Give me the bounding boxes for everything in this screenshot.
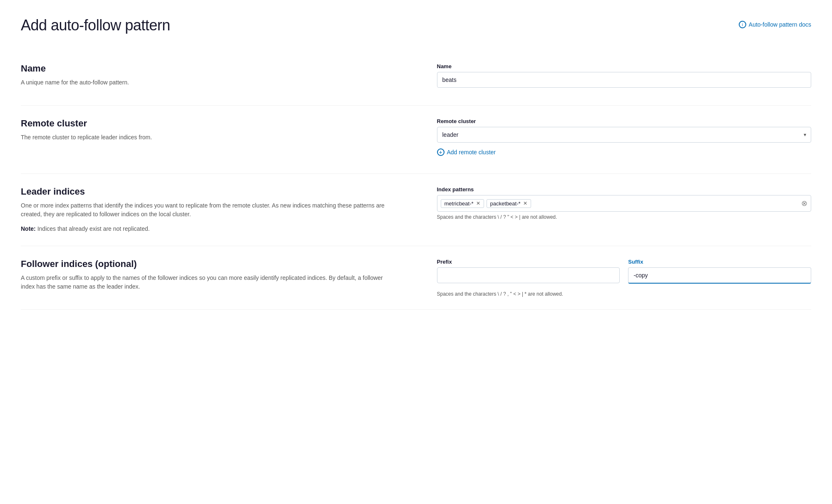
name-section-right: Name <box>416 51 812 106</box>
add-cluster-link-label: Add remote cluster <box>447 149 496 156</box>
name-section-title: Name <box>21 63 395 74</box>
follower-indices-hint: Spaces and the characters \ / ? , " < > … <box>437 291 812 297</box>
remote-cluster-section-title: Remote cluster <box>21 118 395 129</box>
docs-link[interactable]: i Auto-follow pattern docs <box>739 21 811 28</box>
leader-indices-note: Note: Indices that already exist are not… <box>21 225 395 233</box>
suffix-input[interactable] <box>628 267 811 284</box>
tag-metricbeat-remove[interactable]: ✕ <box>476 200 480 206</box>
leader-indices-section-right: Index patterns metricbeat-* ✕ packetbeat… <box>416 174 812 246</box>
name-field-group: Name <box>437 63 812 88</box>
suffix-field-group: Suffix <box>628 259 811 284</box>
remote-cluster-section-desc: The remote cluster to replicate leader i… <box>21 133 395 142</box>
name-input[interactable] <box>437 72 812 88</box>
name-section-left: Name A unique name for the auto-follow p… <box>21 51 416 106</box>
note-bold: Note: <box>21 225 36 232</box>
follower-indices-section-desc: A custom prefix or suffix to apply to th… <box>21 274 395 291</box>
name-section-desc: A unique name for the auto-follow patter… <box>21 78 395 87</box>
index-patterns-field-group: Index patterns metricbeat-* ✕ packetbeat… <box>437 186 812 220</box>
prefix-field-group: Prefix <box>437 259 620 284</box>
index-patterns-field-label: Index patterns <box>437 186 812 193</box>
remote-cluster-field-group: Remote cluster leader ▾ + Add remote clu… <box>437 118 812 156</box>
add-remote-cluster-link[interactable]: + Add remote cluster <box>437 148 812 156</box>
name-field-label: Name <box>437 63 812 69</box>
remote-cluster-section-left: Remote cluster The remote cluster to rep… <box>21 106 416 174</box>
follower-indices-section-left: Follower indices (optional) A custom pre… <box>21 246 416 310</box>
remote-cluster-field-label: Remote cluster <box>437 118 812 124</box>
prefix-field-label: Prefix <box>437 259 620 265</box>
suffix-field-label: Suffix <box>628 259 811 265</box>
page-header: Add auto-follow pattern i Auto-follow pa… <box>21 17 811 34</box>
prefix-input[interactable] <box>437 267 620 283</box>
add-circle-icon: + <box>437 148 445 156</box>
note-text-content: Indices that already exist are not repli… <box>37 225 150 232</box>
follower-indices-section-title: Follower indices (optional) <box>21 259 395 269</box>
tags-input-wrapper[interactable]: metricbeat-* ✕ packetbeat-* ✕ ⊗ <box>437 195 812 212</box>
remote-cluster-section-right: Remote cluster leader ▾ + Add remote clu… <box>416 106 812 174</box>
tag-metricbeat-label: metricbeat-* <box>445 200 474 207</box>
prefix-suffix-row: Prefix Suffix <box>437 259 812 289</box>
tag-packetbeat-remove[interactable]: ✕ <box>523 200 527 206</box>
index-patterns-hint: Spaces and the characters \ / ? " < > | … <box>437 214 812 220</box>
tag-packetbeat: packetbeat-* ✕ <box>487 199 531 208</box>
clear-all-button[interactable]: ⊗ <box>801 199 807 208</box>
docs-link-label: Auto-follow pattern docs <box>749 21 811 28</box>
docs-icon: i <box>739 21 746 28</box>
form-layout: Name A unique name for the auto-follow p… <box>21 51 811 310</box>
leader-indices-section-title: Leader indices <box>21 186 395 197</box>
tag-packetbeat-label: packetbeat-* <box>490 200 521 207</box>
tag-metricbeat: metricbeat-* ✕ <box>441 199 484 208</box>
remote-cluster-select[interactable]: leader <box>437 127 812 143</box>
leader-indices-section-desc: One or more index patterns that identify… <box>21 201 395 219</box>
follower-indices-section-right: Prefix Suffix Spaces and the characters … <box>416 246 812 310</box>
remote-cluster-select-wrapper: leader ▾ <box>437 127 812 143</box>
leader-indices-section-left: Leader indices One or more index pattern… <box>21 174 416 246</box>
page-title: Add auto-follow pattern <box>21 17 170 34</box>
